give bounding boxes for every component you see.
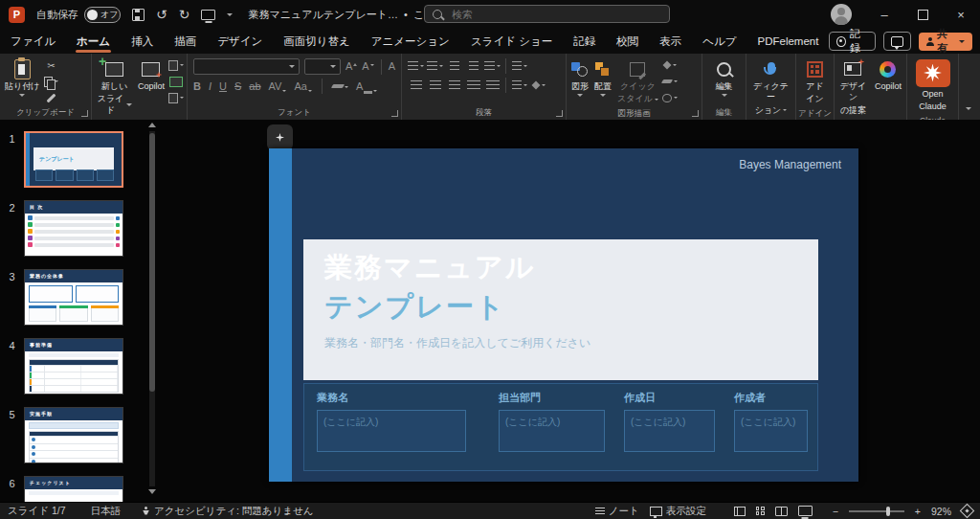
text-shadow-button[interactable]: ab xyxy=(249,81,260,92)
comments-button[interactable] xyxy=(883,32,911,51)
field-input-box[interactable]: (ここに記入) xyxy=(624,410,715,452)
notes-button[interactable]: ノート xyxy=(595,505,639,518)
quick-styles-button[interactable]: クイック スタイル xyxy=(615,57,660,106)
align-center-button[interactable] xyxy=(427,79,443,92)
design-ideas-button[interactable]: デザイン の提案 xyxy=(837,57,869,117)
field-created-date[interactable]: 作成日 (ここに記入) xyxy=(624,391,715,452)
decrease-indent-button[interactable] xyxy=(446,59,462,73)
paragraph-dialog-launcher[interactable] xyxy=(556,110,563,117)
tab-file[interactable]: ファイル xyxy=(0,29,66,54)
share-button[interactable]: 共有 xyxy=(919,33,972,51)
numbering-button[interactable] xyxy=(427,59,443,73)
collapse-ribbon-icon[interactable] xyxy=(966,107,971,110)
shrink-font-button[interactable]: A xyxy=(362,61,373,72)
columns-button[interactable] xyxy=(484,79,501,92)
font-color-button[interactable]: A xyxy=(356,81,377,92)
format-painter-button[interactable] xyxy=(43,91,58,104)
search-input[interactable] xyxy=(450,8,645,21)
display-settings-button[interactable]: 表示設定 xyxy=(650,505,706,518)
quick-access-dropdown[interactable] xyxy=(227,13,233,16)
scroll-up-icon[interactable] xyxy=(148,123,156,127)
zoom-slider-thumb[interactable] xyxy=(886,507,890,516)
font-dialog-launcher[interactable] xyxy=(391,110,398,117)
slide-layout-button[interactable] xyxy=(168,58,184,72)
undo-button[interactable]: ↺ xyxy=(156,8,167,21)
field-department[interactable]: 担当部門 (ここに記入) xyxy=(499,391,605,452)
align-right-button[interactable] xyxy=(446,79,462,92)
line-spacing-button[interactable] xyxy=(484,59,501,73)
text-direction-button[interactable] xyxy=(511,59,527,73)
field-business-name[interactable]: 業務名 (ここに記入) xyxy=(317,391,466,452)
strikethrough-button[interactable]: S xyxy=(234,81,241,92)
italic-button[interactable]: I xyxy=(209,81,212,92)
open-claude-button[interactable]: Open Claude xyxy=(914,57,952,114)
cut-button[interactable]: ✂ xyxy=(43,58,58,72)
record-button[interactable]: 記録 xyxy=(829,32,875,51)
addins-button[interactable]: アド イン xyxy=(804,57,825,106)
dictation-button[interactable]: ディクテー ション xyxy=(749,57,792,117)
copy-button[interactable] xyxy=(43,75,58,88)
tab-animations[interactable]: アニメーション xyxy=(361,29,460,54)
field-input-box[interactable]: (ここに記入) xyxy=(317,410,466,452)
language-indicator[interactable]: 日本語 xyxy=(91,505,122,518)
slide-title-box[interactable]: 業務マニュアル テンプレート 業務名・部門名・作成日を記入してご利用ください xyxy=(303,239,818,380)
align-left-button[interactable] xyxy=(408,79,424,92)
thumbnail-slide-3[interactable]: 業務の全体像 xyxy=(24,269,123,326)
bullets-button[interactable] xyxy=(408,59,424,73)
editing-button[interactable]: 編集 xyxy=(714,57,735,98)
copilot-button[interactable]: Copilot xyxy=(873,57,903,93)
scrollbar-thumb[interactable] xyxy=(149,133,155,392)
tab-draw[interactable]: 描画 xyxy=(164,29,207,54)
thumbnail-slide-4[interactable]: 事前準備 xyxy=(24,338,123,395)
grow-font-button[interactable]: A xyxy=(345,61,357,72)
reset-slide-button[interactable] xyxy=(168,75,184,88)
field-input-box[interactable]: (ここに記入) xyxy=(499,410,605,452)
slideshow-view-button[interactable] xyxy=(798,506,813,516)
slide-brand-text[interactable]: Bayes Management xyxy=(739,158,841,171)
search-box[interactable] xyxy=(424,5,670,23)
slide-counter[interactable]: スライド 1/7 xyxy=(8,505,66,518)
start-slideshow-button[interactable] xyxy=(201,10,215,20)
tab-record[interactable]: 記録 xyxy=(563,29,606,54)
tab-slideshow[interactable]: スライド ショー xyxy=(460,29,563,54)
reading-view-button[interactable] xyxy=(775,507,788,516)
bold-button[interactable]: B xyxy=(193,81,201,92)
accessibility-status[interactable]: アクセシビリティ: 問題ありません xyxy=(142,505,314,518)
zoom-level[interactable]: 92% xyxy=(931,506,951,517)
tab-review[interactable]: 校閲 xyxy=(606,29,649,54)
thumbnail-slide-5[interactable]: 実施手順 xyxy=(24,407,123,463)
clear-formatting-button[interactable]: A xyxy=(389,61,395,72)
designer-sparkle-button[interactable] xyxy=(267,124,293,150)
thumbnail-slide-1[interactable]: テンプレート xyxy=(24,131,123,188)
normal-view-button[interactable] xyxy=(734,507,746,516)
redo-button[interactable]: ↻ xyxy=(179,8,190,21)
fit-to-window-button[interactable] xyxy=(962,506,972,516)
powerpoint-app-icon[interactable]: P xyxy=(9,7,25,23)
character-spacing-button[interactable]: AV xyxy=(269,81,287,92)
arrange-button[interactable]: 配置 xyxy=(592,57,613,98)
convert-smartart-button[interactable] xyxy=(530,79,546,92)
font-name-combo[interactable] xyxy=(193,58,300,75)
thumbnail-slide-2[interactable]: 目 次 xyxy=(24,200,123,257)
tab-view[interactable]: 表示 xyxy=(649,29,692,54)
change-case-button[interactable]: Aa xyxy=(294,81,311,92)
field-input-box[interactable]: (ここに記入) xyxy=(734,410,808,452)
increase-indent-button[interactable] xyxy=(465,59,481,73)
clipboard-dialog-launcher[interactable] xyxy=(81,110,88,117)
thumbnail-slide-6[interactable]: チェックリスト xyxy=(24,476,123,502)
field-author[interactable]: 作成者 (ここに記入) xyxy=(734,391,808,452)
tab-insert[interactable]: 挿入 xyxy=(121,29,164,54)
paste-button[interactable]: 貼り付け xyxy=(3,57,41,98)
minimize-button[interactable]: – xyxy=(865,0,903,29)
autosave-toggle[interactable]: オフ xyxy=(84,7,121,23)
justify-button[interactable] xyxy=(465,79,481,92)
slide-fields-panel[interactable]: 業務名 (ここに記入) 担当部門 (ここに記入) 作成日 (ここに記入) 作成者… xyxy=(303,383,818,471)
align-text-button[interactable] xyxy=(511,79,527,92)
account-avatar[interactable] xyxy=(831,4,852,25)
zoom-out-button[interactable]: − xyxy=(833,506,838,517)
tab-transitions[interactable]: 画面切り替え xyxy=(273,29,361,54)
close-button[interactable]: × xyxy=(942,0,980,29)
maximize-button[interactable] xyxy=(903,0,942,29)
zoom-in-button[interactable]: + xyxy=(915,506,921,517)
tab-help[interactable]: ヘルプ xyxy=(692,29,746,54)
